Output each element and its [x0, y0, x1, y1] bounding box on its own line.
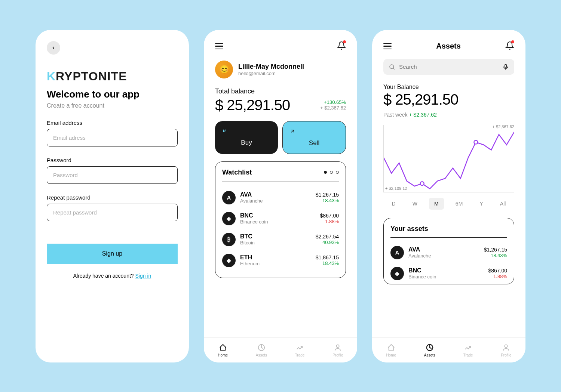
sell-button[interactable]: Sell [282, 121, 346, 154]
coin-price: $1,267.15 [316, 192, 339, 198]
range-tab-6m[interactable]: 6M [450, 198, 468, 210]
user-email: hello@email.com [238, 71, 304, 76]
notifications-button[interactable] [337, 41, 346, 52]
assets-screen: Assets Your Balance $ 25,291.50 Past wee… [372, 30, 525, 362]
signup-button[interactable]: Sign up [47, 244, 178, 264]
welcome-subtitle: Create a free account [47, 102, 178, 109]
coin-symbol: ETH [240, 254, 311, 261]
your-balance-amount: $ 25,291.50 [383, 91, 514, 108]
svg-rect-3 [505, 64, 507, 68]
coin-name: Avalanche [240, 198, 311, 204]
email-field[interactable] [47, 129, 178, 146]
range-tab-w[interactable]: W [407, 198, 423, 210]
nav-home[interactable]: Home [218, 343, 228, 357]
range-tab-m[interactable]: M [429, 198, 444, 210]
coin-icon: A [222, 191, 236, 204]
user-name: Lillie-May Mcdonnell [238, 63, 304, 71]
pagination-dots[interactable] [324, 171, 339, 174]
password-label: Password [47, 157, 178, 163]
watchlist-title: Watchlist [222, 169, 252, 176]
total-balance-amount: $ 25,291.50 [215, 97, 290, 114]
notifications-button[interactable] [505, 41, 514, 52]
coin-icon: ₿ [222, 233, 236, 246]
menu-icon[interactable] [383, 43, 392, 50]
nav-trade[interactable]: Trade [463, 343, 473, 357]
menu-icon[interactable] [215, 43, 223, 50]
coin-symbol: AVA [408, 246, 479, 253]
coin-row[interactable]: ◈ BNC Binance coin $867.00 1.88% [390, 263, 507, 284]
coin-name: Binance coin [408, 274, 484, 280]
nav-assets[interactable]: Assets [256, 343, 267, 357]
search-bar[interactable] [383, 59, 514, 75]
coin-symbol: BTC [240, 233, 311, 240]
coin-name: Etherium [240, 261, 311, 266]
coin-price: $1,867.15 [316, 254, 339, 260]
nav-profile[interactable]: Profile [501, 343, 511, 357]
coin-row[interactable]: A AVA Avalanche $1,267.15 18.43% [222, 187, 339, 208]
range-tab-y[interactable]: Y [474, 198, 488, 210]
coin-price: $867.00 [320, 213, 339, 219]
mic-icon[interactable] [502, 64, 509, 70]
back-button[interactable] [47, 41, 60, 55]
your-balance-label: Your Balance [383, 84, 514, 90]
nav-profile[interactable]: Profile [332, 343, 343, 357]
past-week-row: Past week + $2,367.62 [383, 112, 514, 118]
coin-price: $2,267.54 [316, 234, 339, 240]
chart-max-label: + $2,367.62 [493, 124, 514, 129]
total-balance-label: Total balance [215, 87, 346, 95]
coin-change: 1.88% [488, 274, 507, 279]
chart-min-label: + $2,109.12 [385, 186, 407, 191]
coin-symbol: BNC [408, 267, 484, 274]
coin-change: 40.93% [316, 240, 339, 245]
coin-price: $1,267.15 [484, 247, 507, 253]
your-assets-title: Your assets [390, 225, 507, 238]
range-tab-all[interactable]: All [495, 198, 511, 210]
coin-name: Binance coin [240, 219, 315, 225]
signin-link[interactable]: Sign in [135, 273, 151, 279]
nav-assets[interactable]: Assets [424, 343, 435, 357]
welcome-title: Welcome to our app [47, 89, 178, 100]
coin-icon: ◈ [390, 267, 404, 280]
already-account-text: Already have an account? Sign in [47, 273, 178, 279]
svg-point-4 [420, 182, 424, 185]
coin-icon: A [390, 246, 404, 259]
coin-change: 18.43% [316, 260, 339, 266]
watchlist-card: Watchlist A AVA Avalanche $1,267.15 18.4… [215, 161, 346, 278]
coin-change: 18.43% [484, 253, 507, 258]
email-label: Email address [47, 120, 178, 126]
coin-change: 18.43% [316, 198, 339, 203]
repeat-password-label: Repeat password [47, 194, 178, 201]
password-field[interactable] [47, 166, 178, 184]
coin-name: Avalanche [408, 253, 479, 259]
coin-symbol: BNC [240, 212, 315, 219]
page-title: Assets [436, 42, 461, 50]
svg-point-1 [337, 345, 339, 347]
coin-change: 1.88% [320, 219, 339, 224]
nav-trade[interactable]: Trade [295, 343, 305, 357]
avatar[interactable]: 😊 [215, 61, 233, 78]
nav-home[interactable]: Home [386, 343, 396, 357]
buy-button[interactable]: Buy [215, 121, 278, 154]
coin-icon: ◈ [222, 212, 236, 225]
repeat-password-field[interactable] [47, 204, 178, 221]
svg-point-2 [390, 65, 394, 69]
range-tab-d[interactable]: D [387, 198, 401, 210]
coin-name: Bitcoin [240, 240, 311, 246]
balance-amount-change: + $2,367.62 [320, 105, 346, 111]
coin-row[interactable]: ◆ ETH Etherium $1,867.15 18.43% [222, 250, 339, 271]
coin-row[interactable]: ◈ BNC Binance coin $867.00 1.88% [222, 208, 339, 229]
signup-screen: KRYPTONITE Welcome to our app Create a f… [36, 30, 189, 362]
coin-symbol: AVA [240, 191, 311, 198]
svg-point-5 [474, 140, 478, 144]
home-screen: 😊 Lillie-May Mcdonnell hello@email.com T… [204, 30, 357, 362]
coin-row[interactable]: ₿ BTC Bitcoin $2,267.54 40.93% [222, 229, 339, 250]
your-assets-card: Your assets A AVA Avalanche $1,267.15 18… [383, 218, 514, 284]
coin-price: $867.00 [488, 268, 507, 274]
svg-point-7 [505, 345, 508, 347]
coin-row[interactable]: A AVA Avalanche $1,267.15 18.43% [390, 242, 507, 263]
coin-icon: ◆ [222, 254, 236, 267]
balance-chart[interactable]: + $2,367.62 + $2,109.12 [383, 125, 514, 192]
search-icon [389, 64, 395, 70]
notification-badge [343, 40, 346, 43]
search-input[interactable] [399, 64, 499, 70]
